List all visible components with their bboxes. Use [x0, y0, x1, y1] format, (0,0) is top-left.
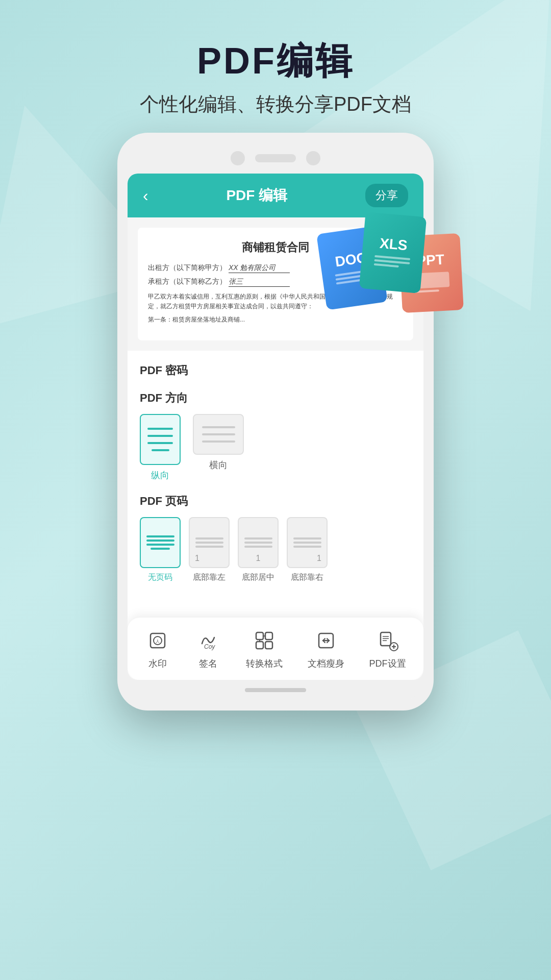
floating-file-cards: DOC XLS PPT — [321, 214, 464, 327]
toolbar-signature[interactable]: Coy 签名 — [195, 628, 221, 670]
toolbar-pdf-settings[interactable]: PDF设置 — [369, 628, 406, 670]
watermark-label: 水印 — [148, 657, 167, 670]
svg-rect-4 — [256, 632, 263, 640]
main-title: PDF编辑 — [0, 41, 551, 81]
portrait-label: 纵向 — [151, 469, 169, 481]
speaker-bar — [255, 154, 296, 162]
app-title: PDF 编辑 — [226, 186, 287, 205]
page-bottom-center-label: 底部居中 — [242, 572, 274, 583]
page-num-center: 1 — [256, 554, 261, 563]
pdf-password-section: PDF 密码 — [140, 363, 411, 378]
page-bottom-left[interactable]: 1 底部靠左 — [189, 517, 230, 583]
pdf-settings-label: PDF设置 — [369, 657, 406, 670]
tenant-label: 承租方（以下简称乙方） — [148, 277, 227, 285]
landlord-label: 出租方（以下简称甲方） — [148, 263, 227, 272]
share-button[interactable]: 分享 — [365, 184, 408, 207]
subtitle: 个性化编辑、转换分享PDF文档 — [0, 91, 551, 117]
page-none-label: 无页码 — [148, 572, 172, 583]
xls-label: XLS — [379, 235, 408, 254]
home-indicator — [245, 688, 306, 692]
compress-icon — [313, 628, 339, 653]
pdf-password-label: PDF 密码 — [140, 363, 411, 378]
sensor-icon — [306, 151, 320, 165]
svg-rect-5 — [265, 632, 272, 640]
toolbar-watermark[interactable]: 人 水印 — [145, 628, 170, 670]
page-bottom-left-label: 底部靠左 — [193, 572, 226, 583]
xls-lines — [373, 255, 410, 271]
page-none-icon — [140, 517, 181, 568]
page-bottom-center-icon: 1 — [238, 517, 279, 568]
page-num-right: 1 — [317, 554, 321, 563]
landlord-value: XX 勉有限公司 — [229, 263, 290, 273]
back-button[interactable]: ‹ — [143, 186, 148, 205]
pdf-page-label: PDF 页码 — [140, 494, 411, 509]
direction-landscape[interactable]: 横向 — [193, 414, 244, 481]
page-none[interactable]: 无页码 — [140, 517, 181, 583]
pdf-page-section: PDF 页码 无页码 — [140, 494, 411, 583]
signature-label: 签名 — [199, 657, 217, 670]
page-bottom-right-label: 底部靠右 — [291, 572, 323, 583]
landscape-icon — [193, 414, 244, 455]
camera-icon — [231, 151, 245, 165]
xls-file-card: XLS — [359, 212, 427, 293]
page-num-left: 1 — [195, 554, 199, 563]
app-header-bar: ‹ PDF 编辑 分享 — [128, 174, 423, 217]
pdf-direction-label: PDF 方向 — [140, 390, 411, 406]
signature-icon: Coy — [195, 628, 221, 653]
svg-rect-7 — [265, 642, 272, 649]
convert-label: 转换格式 — [246, 657, 283, 670]
phone-notch — [128, 143, 423, 174]
phone-mockup: ‹ PDF 编辑 分享 1/2 商铺租赁合同 出租方（以下简称甲方） XX 勉有… — [117, 133, 434, 710]
convert-icon — [252, 628, 277, 653]
pdf-settings-icon — [375, 628, 400, 653]
svg-rect-9 — [381, 632, 391, 646]
phone-bottom-bar — [128, 680, 423, 700]
hero-section: PDF编辑 个性化编辑、转换分享PDF文档 — [0, 0, 551, 117]
svg-text:人: 人 — [156, 639, 160, 644]
tenant-value: 张三 — [229, 277, 290, 287]
watermark-icon: 人 — [145, 628, 170, 653]
page-bottom-right-icon: 1 — [287, 517, 328, 568]
page-options: 无页码 1 底部靠左 — [140, 517, 411, 583]
page-bottom-center[interactable]: 1 底部居中 — [238, 517, 279, 583]
pdf-direction-section: PDF 方向 纵向 — [140, 390, 411, 481]
portrait-icon — [140, 414, 181, 465]
settings-panel: PDF 密码 PDF 方向 — [128, 351, 423, 607]
page-bottom-left-icon: 1 — [189, 517, 230, 568]
toolbar-convert[interactable]: 转换格式 — [246, 628, 283, 670]
toolbar-compress[interactable]: 文档瘦身 — [308, 628, 344, 670]
landscape-label: 横向 — [209, 459, 228, 471]
page-bottom-right[interactable]: 1 底部靠右 — [287, 517, 328, 583]
svg-text:Coy: Coy — [204, 643, 215, 650]
svg-rect-6 — [256, 642, 263, 649]
direction-options: 纵向 横向 — [140, 414, 411, 481]
compress-label: 文档瘦身 — [308, 657, 344, 670]
direction-portrait[interactable]: 纵向 — [140, 414, 181, 481]
bottom-toolbar: 人 水印 Coy 签名 — [128, 618, 423, 680]
